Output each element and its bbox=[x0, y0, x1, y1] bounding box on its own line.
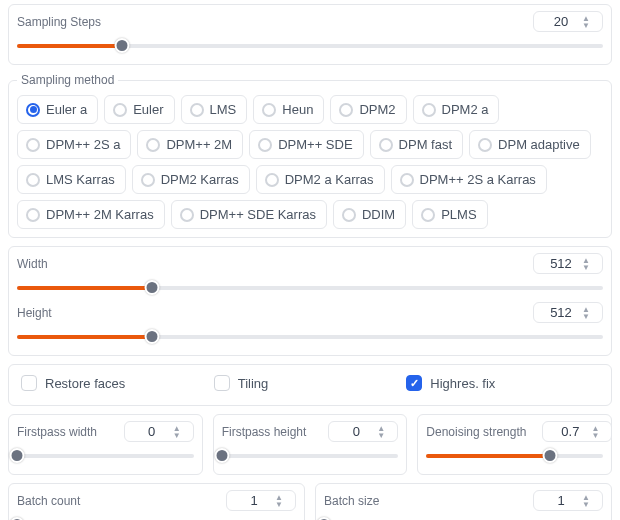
width-label: Width bbox=[17, 257, 48, 271]
denoising-group: Denoising strength ▲▼ bbox=[417, 414, 612, 475]
sampling-steps-label: Sampling Steps bbox=[17, 15, 101, 29]
sampler-radio-dpm-2m-karras[interactable]: DPM++ 2M Karras bbox=[17, 200, 165, 229]
sampler-radio-label: DPM++ SDE Karras bbox=[200, 207, 316, 222]
radio-icon bbox=[180, 208, 194, 222]
height-slider[interactable] bbox=[17, 327, 603, 345]
sampler-radio-dpm-fast[interactable]: DPM fast bbox=[370, 130, 463, 159]
batch-size-group: Batch size ▲▼ bbox=[315, 483, 612, 520]
sampler-radio-label: DPM++ SDE bbox=[278, 137, 352, 152]
sampler-radio-ddim[interactable]: DDIM bbox=[333, 200, 406, 229]
radio-icon bbox=[262, 103, 276, 117]
sampling-steps-input[interactable]: ▲▼ bbox=[533, 11, 603, 32]
radio-icon bbox=[400, 173, 414, 187]
sampler-radio-label: DPM fast bbox=[399, 137, 452, 152]
radio-icon bbox=[342, 208, 356, 222]
batch-count-input[interactable]: ▲▼ bbox=[226, 490, 296, 511]
sampler-radio-plms[interactable]: PLMS bbox=[412, 200, 487, 229]
sampler-radio-label: DPM++ 2S a Karras bbox=[420, 172, 536, 187]
height-label: Height bbox=[17, 306, 52, 320]
sampler-radio-lms[interactable]: LMS bbox=[181, 95, 248, 124]
sampler-radio-label: LMS Karras bbox=[46, 172, 115, 187]
radio-icon bbox=[422, 103, 436, 117]
highres-fix-checkbox[interactable]: Highres. fix bbox=[406, 375, 599, 391]
width-slider[interactable] bbox=[17, 278, 603, 296]
stepper-icon[interactable]: ▲▼ bbox=[582, 15, 590, 29]
height-input[interactable]: ▲▼ bbox=[533, 302, 603, 323]
firstpass-height-input[interactable]: ▲▼ bbox=[328, 421, 398, 442]
radio-icon bbox=[478, 138, 492, 152]
batch-count-slider[interactable] bbox=[17, 515, 296, 520]
sampler-radio-heun[interactable]: Heun bbox=[253, 95, 324, 124]
sampler-radio-dpm2-a[interactable]: DPM2 a bbox=[413, 95, 500, 124]
stepper-icon[interactable]: ▲▼ bbox=[275, 494, 283, 508]
firstpass-width-slider[interactable] bbox=[17, 446, 194, 464]
sampling-steps-group: Sampling Steps ▲▼ bbox=[8, 4, 612, 65]
sampler-radio-euler-a[interactable]: Euler a bbox=[17, 95, 98, 124]
batch-size-slider[interactable] bbox=[324, 515, 603, 520]
radio-icon bbox=[26, 103, 40, 117]
batch-count-group: Batch count ▲▼ bbox=[8, 483, 305, 520]
sampler-radio-label: Euler bbox=[133, 102, 163, 117]
radio-icon bbox=[265, 173, 279, 187]
radio-icon bbox=[379, 138, 393, 152]
denoising-label: Denoising strength bbox=[426, 425, 526, 439]
stepper-icon[interactable]: ▲▼ bbox=[582, 306, 590, 320]
firstpass-height-slider[interactable] bbox=[222, 446, 399, 464]
radio-icon bbox=[421, 208, 435, 222]
sampling-steps-slider[interactable] bbox=[17, 36, 603, 54]
sampler-radio-dpm2[interactable]: DPM2 bbox=[330, 95, 406, 124]
radio-icon bbox=[258, 138, 272, 152]
radio-icon bbox=[146, 138, 160, 152]
firstpass-width-label: Firstpass width bbox=[17, 425, 97, 439]
sampler-radio-lms-karras[interactable]: LMS Karras bbox=[17, 165, 126, 194]
tiling-checkbox[interactable]: Tiling bbox=[214, 375, 407, 391]
denoising-slider[interactable] bbox=[426, 446, 603, 464]
radio-icon bbox=[190, 103, 204, 117]
sampler-radio-label: DPM++ 2S a bbox=[46, 137, 120, 152]
radio-icon bbox=[339, 103, 353, 117]
sampler-radio-dpm-adaptive[interactable]: DPM adaptive bbox=[469, 130, 591, 159]
sampling-method-legend: Sampling method bbox=[17, 73, 118, 87]
stepper-icon[interactable]: ▲▼ bbox=[591, 425, 599, 439]
sampler-radio-label: DPM++ 2M Karras bbox=[46, 207, 154, 222]
stepper-icon[interactable]: ▲▼ bbox=[377, 425, 385, 439]
sampler-radio-dpm2-karras[interactable]: DPM2 Karras bbox=[132, 165, 250, 194]
sampler-radio-dpm-2s-a[interactable]: DPM++ 2S a bbox=[17, 130, 131, 159]
sampler-radio-dpm2-a-karras[interactable]: DPM2 a Karras bbox=[256, 165, 385, 194]
sampler-radio-label: DPM2 Karras bbox=[161, 172, 239, 187]
radio-icon bbox=[26, 208, 40, 222]
restore-faces-checkbox[interactable]: Restore faces bbox=[21, 375, 214, 391]
sampler-radio-label: PLMS bbox=[441, 207, 476, 222]
radio-icon bbox=[26, 138, 40, 152]
sampler-radio-label: DPM adaptive bbox=[498, 137, 580, 152]
sampler-radio-label: Euler a bbox=[46, 102, 87, 117]
stepper-icon[interactable]: ▲▼ bbox=[582, 494, 590, 508]
sampler-radio-label: DPM++ 2M bbox=[166, 137, 232, 152]
radio-icon bbox=[141, 173, 155, 187]
width-input[interactable]: ▲▼ bbox=[533, 253, 603, 274]
stepper-icon[interactable]: ▲▼ bbox=[173, 425, 181, 439]
denoising-input[interactable]: ▲▼ bbox=[542, 421, 612, 442]
sampler-radio-dpm-sde[interactable]: DPM++ SDE bbox=[249, 130, 363, 159]
radio-icon bbox=[113, 103, 127, 117]
firstpass-width-group: Firstpass width ▲▼ bbox=[8, 414, 203, 475]
sampler-radio-label: DPM2 a Karras bbox=[285, 172, 374, 187]
options-group: Restore faces Tiling Highres. fix bbox=[8, 364, 612, 406]
sampler-radio-label: DDIM bbox=[362, 207, 395, 222]
dimensions-group: Width ▲▼ Height ▲▼ bbox=[8, 246, 612, 356]
sampler-radio-dpm-2s-a-karras[interactable]: DPM++ 2S a Karras bbox=[391, 165, 547, 194]
sampler-radio-dpm-sde-karras[interactable]: DPM++ SDE Karras bbox=[171, 200, 327, 229]
batch-size-input[interactable]: ▲▼ bbox=[533, 490, 603, 511]
stepper-icon[interactable]: ▲▼ bbox=[582, 257, 590, 271]
sampler-radio-dpm-2m[interactable]: DPM++ 2M bbox=[137, 130, 243, 159]
sampler-radio-label: Heun bbox=[282, 102, 313, 117]
radio-icon bbox=[26, 173, 40, 187]
sampler-radio-euler[interactable]: Euler bbox=[104, 95, 174, 124]
batch-size-label: Batch size bbox=[324, 494, 379, 508]
sampling-method-group: Sampling method Euler aEulerLMSHeunDPM2D… bbox=[8, 73, 612, 238]
sampler-radio-label: DPM2 bbox=[359, 102, 395, 117]
firstpass-width-input[interactable]: ▲▼ bbox=[124, 421, 194, 442]
batch-count-label: Batch count bbox=[17, 494, 80, 508]
sampler-radio-label: LMS bbox=[210, 102, 237, 117]
firstpass-height-group: Firstpass height ▲▼ bbox=[213, 414, 408, 475]
